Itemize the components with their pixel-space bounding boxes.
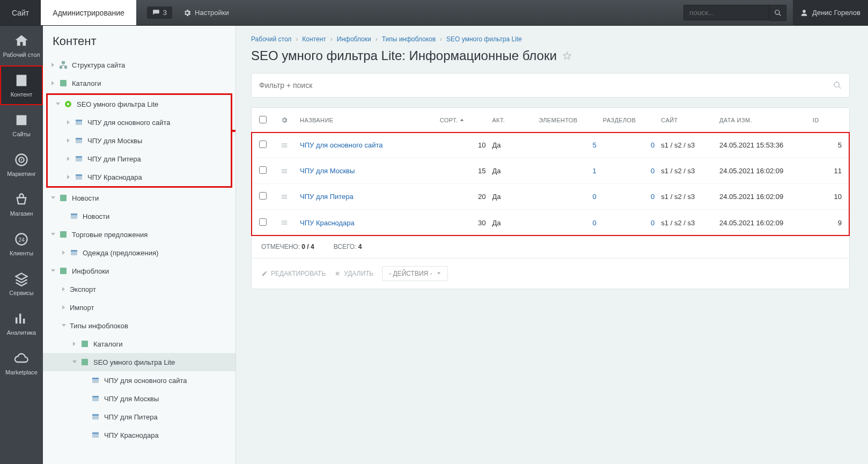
user-name: Денис Горелов [812,9,860,17]
row-sections[interactable]: 0 [603,141,661,149]
tree-label: Новости [83,212,109,220]
tree-news-child[interactable]: Новости [43,207,236,225]
tree-types-seo-child[interactable]: ЧПУ Краснодара [43,426,236,444]
total-value: 4 [358,243,362,251]
tree-types-seo-child[interactable]: ЧПУ для Москвы [43,389,236,408]
tree-label: ЧПУ для Питера [87,155,141,163]
grid-header: НАЗВАНИЕ СОРТ. АКТ. ЭЛЕМЕНТОВ РАЗДЕЛОВ С… [252,108,849,132]
rail-marketplace[interactable]: Marketplace [0,343,43,383]
tree-seo-child[interactable]: ЧПУ Краснодара [48,168,231,186]
tab-site[interactable]: Сайт [0,0,41,25]
burger-icon [281,193,288,201]
close-icon [334,270,341,277]
user-menu[interactable]: Денис Горелов [793,0,868,25]
row-sections[interactable]: 0 [603,167,661,175]
rail-label: Маркетинг [7,171,35,177]
tree-seo-child[interactable]: ЧПУ для основного сайта [48,113,231,131]
tab-admin[interactable]: Администрирование [41,0,136,25]
tree-iblocks-import[interactable]: Импорт [43,298,236,316]
row-name[interactable]: ЧПУ Краснодара [300,219,440,227]
row-id: 10 [813,193,842,201]
row-checkbox[interactable] [259,192,267,200]
tree-offers-child[interactable]: Одежда (предложения) [43,244,236,262]
tree-seo-highlight: SEO умного фильтра Lite ЧПУ для основног… [46,93,232,188]
col-sections[interactable]: РАЗДЕЛОВ [603,117,661,123]
row-sections[interactable]: 0 [603,193,661,201]
rail-analytics[interactable]: Аналитика [0,304,43,343]
row-checkbox[interactable] [259,218,267,226]
row-checkbox[interactable] [259,141,267,148]
notifications-badge[interactable]: 3 [147,6,172,19]
col-site[interactable]: САЙТ [661,117,719,123]
row-checkbox[interactable] [259,166,267,174]
grid-settings[interactable] [281,116,300,124]
svg-rect-29 [82,359,88,365]
row-name[interactable]: ЧПУ для Питера [300,193,440,201]
delete-button[interactable]: УДАЛИТЬ [334,270,373,277]
row-menu[interactable] [281,142,300,149]
breadcrumb-link[interactable]: Контент [302,35,326,43]
tree-types-seo-child[interactable]: ЧПУ для основного сайта [43,371,236,389]
rail-content[interactable]: Контент [0,65,43,105]
row-elements[interactable]: 5 [539,141,602,149]
row-elements[interactable]: 0 [539,193,602,201]
tree-iblocks-types[interactable]: Типы инфоблоков [43,316,236,335]
select-all-checkbox[interactable] [259,116,267,123]
tree-structure[interactable]: Структура сайта [43,56,236,74]
rail-clients[interactable]: 24 Клиенты [0,224,43,264]
row-elements[interactable]: 1 [539,167,602,175]
row-sections[interactable]: 0 [603,219,661,227]
tree-types-seo[interactable]: SEO умного фильтра Lite [43,353,236,371]
dd-label: - ДЕЙСТВИЯ - [389,270,432,277]
rail-sites[interactable]: 24 Сайты [0,105,43,145]
tree-iblocks-export[interactable]: Экспорт [43,280,236,298]
breadcrumb-link[interactable]: Типы инфоблоков [382,35,436,43]
rail-services[interactable]: Сервисы [0,264,43,304]
row-menu[interactable] [281,193,300,201]
breadcrumb: Рабочий стол›Контент›Инфоблоки›Типы инфо… [251,32,850,48]
row-name[interactable]: ЧПУ для Москвы [300,167,440,175]
row-elements[interactable]: 0 [539,219,602,227]
favorite-star[interactable] [562,51,572,61]
actions-dropdown[interactable]: - ДЕЙСТВИЯ - [382,266,447,281]
tree-catalogs[interactable]: Каталоги [43,74,236,92]
tree-news-root[interactable]: Новости [43,189,236,207]
breadcrumb-link[interactable]: Рабочий стол [251,35,291,43]
page-icon [75,173,83,181]
settings-link[interactable]: Настройки [183,0,229,25]
row-name[interactable]: ЧПУ для основного сайта [300,141,440,149]
row-active: Да [492,167,539,175]
filter-search-button[interactable] [833,81,842,90]
tree-types-seo-child[interactable]: ЧПУ для Питера [43,408,236,426]
col-id[interactable]: ID [813,117,842,123]
col-sort[interactable]: СОРТ. [440,117,492,123]
col-date[interactable]: ДАТА ИЗМ. [719,117,813,123]
tree-iblocks-root[interactable]: Инфоблоки [43,262,236,280]
row-menu[interactable] [281,167,300,175]
rail-label: Контент [11,91,33,98]
tree-types-catalogs[interactable]: Каталоги [43,335,236,353]
col-name[interactable]: НАЗВАНИЕ [300,117,440,123]
selected-label: ОТМЕЧЕНО: [261,243,300,251]
edit-label: РЕДАКТИРОВАТЬ [271,270,326,277]
col-elements[interactable]: ЭЛЕМЕНТОВ [539,117,602,123]
tree-seo-root[interactable]: SEO умного фильтра Lite [48,95,231,113]
tree-offers-root[interactable]: Торговые предложения [43,225,236,244]
filter-input[interactable] [259,81,833,90]
col-active[interactable]: АКТ. [492,117,539,123]
tree-seo-child[interactable]: ЧПУ для Питера [48,150,231,168]
search-button[interactable] [769,5,786,21]
svg-rect-33 [92,396,99,397]
gear-icon [183,9,192,17]
breadcrumb-link[interactable]: Инфоблоки [337,35,371,43]
breadcrumb-link[interactable]: SEO умного фильтра Lite [446,35,522,43]
topbar: Сайт Администрирование 3 Настройки Денис… [0,0,868,26]
row-menu[interactable] [281,219,300,226]
tree-seo-child[interactable]: ЧПУ для Москвы [48,131,231,150]
search-input[interactable] [683,5,769,20]
rail-desktop[interactable]: Рабочий стол [0,26,43,65]
rail-shop[interactable]: Магазин [0,185,43,224]
rail-marketing[interactable]: Маркетинг [0,145,43,185]
edit-button[interactable]: РЕДАКТИРОВАТЬ [261,270,326,277]
rail-label: Сервисы [9,290,34,296]
